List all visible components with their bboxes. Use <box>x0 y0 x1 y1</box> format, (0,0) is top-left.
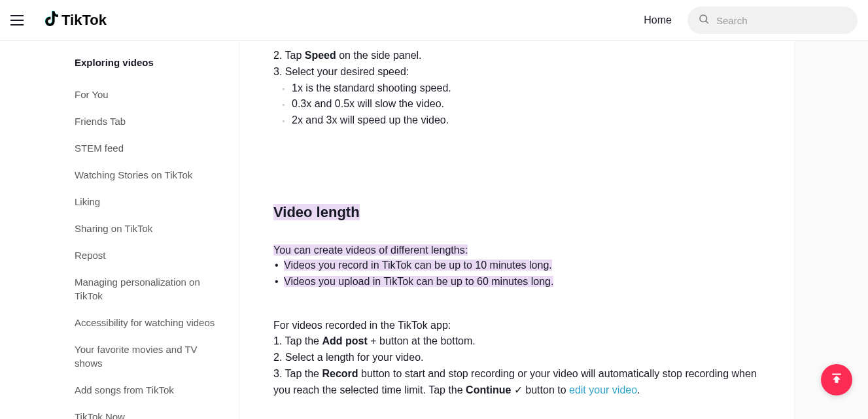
speed-option: 0.3x and 0.5x will slow the video. <box>283 96 773 112</box>
header-right: Home <box>644 7 858 34</box>
search-input[interactable] <box>716 15 847 26</box>
tiktok-icon <box>44 10 59 31</box>
sidebar-item-friends-tab[interactable]: Friends Tab <box>75 108 239 135</box>
video-length-list: Videos you record in TikTok can be up to… <box>273 258 773 290</box>
article: 2. Tap Speed on the side panel. 3. Selec… <box>239 41 795 419</box>
speed-step-3: 3. Select your desired speed: <box>273 64 773 80</box>
logo-text: TikTok <box>61 12 107 29</box>
back-to-top-button[interactable] <box>821 364 852 395</box>
svg-rect-2 <box>832 374 841 375</box>
speed-options: 1x is the standard shooting speed. 0.3x … <box>273 80 773 129</box>
section-heading-video-length: Video length <box>273 204 360 221</box>
search-icon <box>698 13 710 27</box>
sidebar-item-add-songs[interactable]: Add songs from TikTok <box>75 377 239 403</box>
content-wrap: Exploring videos For You Friends Tab STE… <box>0 41 868 419</box>
svg-line-1 <box>706 21 708 24</box>
sidebar-item-stem-feed[interactable]: STEM feed <box>75 135 239 161</box>
video-length-intro: You can create videos of different lengt… <box>273 244 773 256</box>
arrow-up-icon <box>830 372 843 388</box>
svg-point-0 <box>700 15 707 22</box>
list-item: Videos you record in TikTok can be up to… <box>273 258 773 274</box>
sidebar-item-for-you[interactable]: For You <box>75 81 239 108</box>
edit-video-link[interactable]: edit your video <box>569 384 637 395</box>
sidebar-item-movies-tv[interactable]: Your favorite movies and TV shows <box>75 336 239 377</box>
logo[interactable]: TikTok <box>44 10 107 31</box>
speed-step-2: 2. Tap Speed on the side panel. <box>273 48 773 64</box>
header: TikTok Home <box>0 0 868 41</box>
record-step-1: 1. Tap the Add post + button at the bott… <box>273 333 773 350</box>
sidebar-heading: Exploring videos <box>75 57 239 68</box>
sidebar-list: For You Friends Tab STEM feed Watching S… <box>75 81 239 419</box>
sidebar: Exploring videos For You Friends Tab STE… <box>0 41 239 419</box>
speed-option: 1x is the standard shooting speed. <box>283 80 773 97</box>
record-step-3: 3. Tap the Record button to start and st… <box>273 366 773 399</box>
header-left: TikTok <box>10 10 107 31</box>
sidebar-item-liking[interactable]: Liking <box>75 188 239 215</box>
sidebar-item-accessibility[interactable]: Accessibility for watching videos <box>75 309 239 336</box>
list-item: Videos you upload in TikTok can be up to… <box>273 274 773 290</box>
sidebar-item-tiktok-now[interactable]: TikTok Now <box>75 403 239 419</box>
home-link[interactable]: Home <box>644 14 672 26</box>
sidebar-item-personalization[interactable]: Managing personalization on TikTok <box>75 269 239 309</box>
sidebar-item-watching-stories[interactable]: Watching Stories on TikTok <box>75 161 239 188</box>
search-box[interactable] <box>687 7 858 34</box>
recorded-intro: For videos recorded in the TikTok app: <box>273 318 773 334</box>
main: 2. Tap Speed on the side panel. 3. Selec… <box>239 41 868 419</box>
record-step-2: 2. Select a length for your video. <box>273 350 773 366</box>
sidebar-item-sharing[interactable]: Sharing on TikTok <box>75 215 239 242</box>
speed-option: 2x and 3x will speed up the video. <box>283 112 773 129</box>
sidebar-item-repost[interactable]: Repost <box>75 242 239 269</box>
menu-icon[interactable] <box>10 15 24 25</box>
